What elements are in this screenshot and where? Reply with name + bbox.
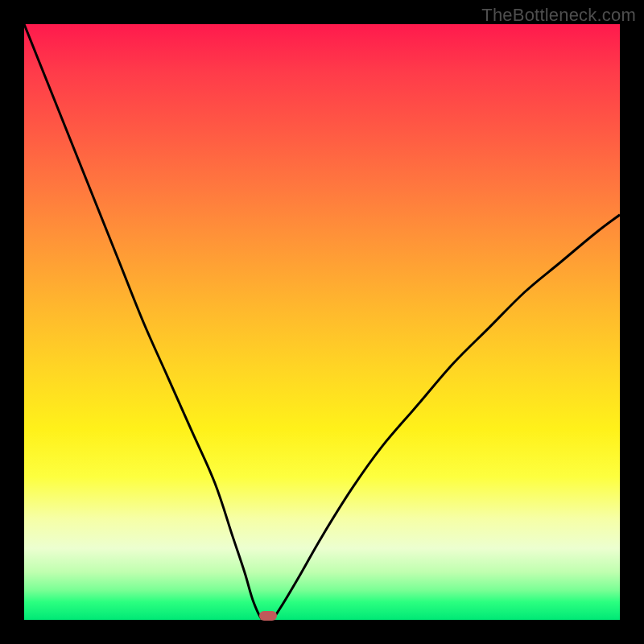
curve-path xyxy=(24,24,620,620)
plot-area xyxy=(24,24,620,620)
chart-frame: TheBottleneck.com xyxy=(0,0,644,644)
watermark-text: TheBottleneck.com xyxy=(481,5,636,26)
optimal-marker xyxy=(259,611,277,621)
bottleneck-curve xyxy=(24,24,620,620)
